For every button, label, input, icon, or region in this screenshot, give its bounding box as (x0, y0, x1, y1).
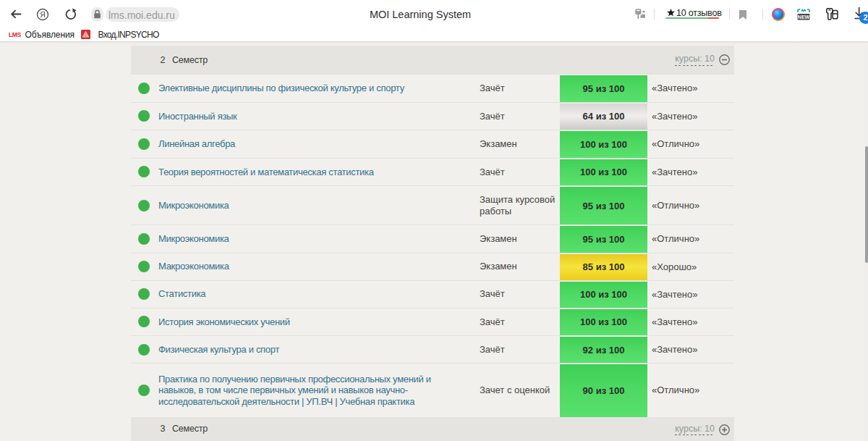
svg-text:Я: Я (40, 9, 46, 18)
svg-text:NEW: NEW (798, 14, 810, 20)
